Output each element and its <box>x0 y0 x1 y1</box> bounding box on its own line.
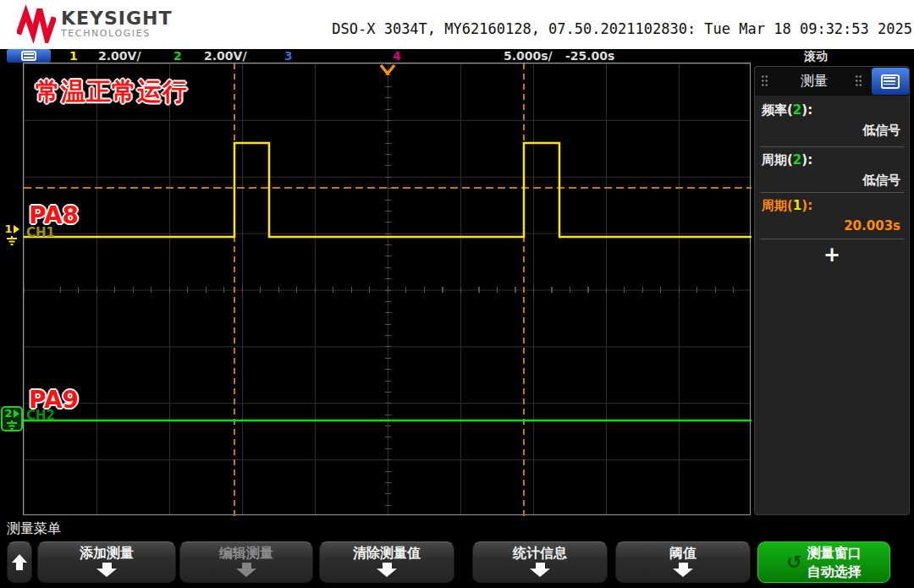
keysight-logo: KEYSIGHT TECHNOLOGIES <box>17 4 173 43</box>
softkey-label: 阈值 <box>669 544 697 562</box>
brand-subtitle: TECHNOLOGIES <box>61 29 173 39</box>
measurement-label-end: ): <box>801 152 812 168</box>
measurement-panel-title: 测量 <box>789 73 840 91</box>
timebase-scale[interactable]: 5.000s/ <box>504 49 553 63</box>
channel-3-number[interactable]: 3 <box>284 49 293 63</box>
measurement-value: 低信号 <box>862 123 900 139</box>
measurement-channel: 2 <box>793 102 801 118</box>
ch1-trace <box>24 143 752 237</box>
waveform-traces <box>24 63 752 516</box>
ch1-label: CH1 <box>26 225 55 240</box>
measurement-channel: 2 <box>793 152 801 168</box>
channel-4-number[interactable]: 4 <box>393 49 401 63</box>
softkey-label: 统计信息 <box>513 544 567 562</box>
add-measurement-plus-button[interactable]: + <box>755 243 909 267</box>
measurement-label-end: ): <box>801 102 812 118</box>
menu-back-button[interactable] <box>7 541 32 583</box>
channel-2-number[interactable]: 2 <box>173 49 182 63</box>
measurement-value: 20.003s <box>844 218 900 234</box>
timebase-delay[interactable]: -25.00s <box>565 49 614 63</box>
drag-grip-icon[interactable] <box>855 74 862 88</box>
separator <box>760 239 904 239</box>
softkey-add-measurement[interactable]: 添加测量 <box>37 541 176 583</box>
waveform-display[interactable]: 常温正常运行 PA8 PA9 CH1 CH2 <box>23 63 751 515</box>
ch2-ground-marker[interactable]: 2 <box>1 406 23 431</box>
separator <box>760 146 904 147</box>
measurement-label: 周期( <box>762 198 793 213</box>
channel-1-scale[interactable]: 2.00V/ <box>98 49 141 63</box>
measurement-panel-titlebar[interactable]: 测量 <box>755 67 909 96</box>
measurement-label: 周期( <box>762 152 793 168</box>
status-bar: 1 2.00V/ 2 2.00V/ 3 4 5.000s/ -25.00s 滚动 <box>0 49 914 63</box>
softkey-statistics[interactable]: 统计信息 <box>472 541 608 583</box>
cycle-arrow-icon: ↺ <box>786 553 801 572</box>
panel-menu-button[interactable] <box>872 68 909 95</box>
keysight-wave-icon <box>17 4 56 43</box>
ch2-marker-number: 2 <box>4 408 12 420</box>
separator <box>760 192 904 193</box>
measurement-panel: 测量 频率(2): 低信号 周期(2): 低信号 周期(1): 20.003s <box>754 66 910 515</box>
softkey-label: 清除测量值 <box>353 544 421 562</box>
ground-icon <box>6 420 18 430</box>
softkey-label-line1: 测量窗口 <box>807 544 862 563</box>
measurement-channel: 1 <box>793 198 801 213</box>
channel-1-number[interactable]: 1 <box>69 49 78 63</box>
measurement-label: 频率( <box>762 102 793 118</box>
ch1-marker-number: 1 <box>4 223 12 235</box>
down-arrow-icon <box>530 563 550 577</box>
menu-list-icon <box>21 51 36 61</box>
softkey-label-line2: 自动选择 <box>807 563 862 581</box>
annotation-title: 常温正常运行 <box>36 75 188 109</box>
up-arrow-icon <box>12 554 27 570</box>
down-arrow-icon <box>236 563 256 577</box>
instrument-info: DSO-X 3034T, MY62160128, 07.50.202110283… <box>332 20 912 37</box>
softkey-label: 编辑测量 <box>219 544 273 562</box>
menu-list-icon <box>881 74 900 89</box>
acquisition-mode: 滚动 <box>804 49 828 63</box>
softkey-label: 添加测量 <box>80 544 134 562</box>
measurement-label-end: ): <box>801 198 812 213</box>
down-arrow-icon <box>377 563 397 577</box>
ch2-label: CH2 <box>26 408 55 423</box>
oscilloscope-screen: KEYSIGHT TECHNOLOGIES DSO-X 3034T, MY621… <box>0 0 914 588</box>
main-menu-button[interactable] <box>7 49 51 63</box>
channel-2-scale[interactable]: 2.00V/ <box>204 49 247 63</box>
header: KEYSIGHT TECHNOLOGIES DSO-X 3034T, MY621… <box>0 0 914 49</box>
softkey-measurement-window[interactable]: ↺ 测量窗口 自动选择 <box>757 541 890 583</box>
ch1-ground-marker[interactable]: 1 <box>1 223 23 245</box>
softkey-edit-measurement: 编辑测量 <box>179 541 313 583</box>
softkey-thresholds[interactable]: 阈值 <box>615 541 751 583</box>
measurement-value: 低信号 <box>862 173 900 189</box>
ground-icon <box>6 236 18 245</box>
ch1-marker-arrow-icon <box>14 225 19 234</box>
brand-name: KEYSIGHT <box>61 8 173 29</box>
trigger-time-marker-icon[interactable] <box>379 63 396 75</box>
down-arrow-icon <box>673 563 693 577</box>
ch2-marker-arrow-icon <box>14 409 19 418</box>
drag-grip-icon[interactable] <box>761 74 768 88</box>
softkey-clear-measurements[interactable]: 清除测量值 <box>319 541 454 583</box>
down-arrow-icon <box>96 563 117 577</box>
menu-title: 测量菜单 <box>7 520 61 538</box>
